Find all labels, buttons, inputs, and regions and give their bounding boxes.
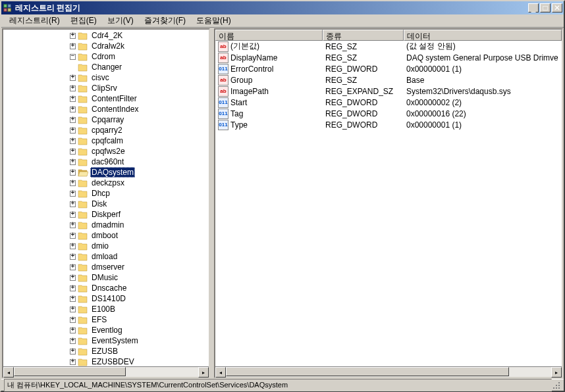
- column-header-name[interactable]: 이름: [215, 30, 323, 41]
- scroll-right-button[interactable]: ▸: [198, 367, 209, 378]
- tree-item[interactable]: Cpqarray: [4, 114, 208, 125]
- tree-item[interactable]: EZUSB: [4, 346, 208, 356]
- tree-item[interactable]: Cdrom: [4, 51, 208, 62]
- tree-item[interactable]: dmadmin: [4, 220, 208, 230]
- tree-item[interactable]: deckzpsx: [4, 178, 208, 188]
- menu-registry[interactable]: 레지스트리(R): [4, 14, 65, 28]
- tree-item[interactable]: DAQsystem: [4, 167, 208, 178]
- scroll-left-button[interactable]: ◂: [3, 367, 14, 378]
- list-row[interactable]: abDisplayNameREG_SZDAQ system General Pu…: [215, 52, 562, 63]
- expand-toggle[interactable]: [70, 317, 76, 323]
- tree-item[interactable]: cpqarry2: [4, 125, 208, 135]
- expand-toggle[interactable]: [70, 128, 76, 134]
- tree-item[interactable]: dac960nt: [4, 157, 208, 167]
- tree-item[interactable]: dmio: [4, 241, 208, 251]
- list-row[interactable]: 011ErrorControlREG_DWORD0x00000001 (1): [215, 63, 562, 74]
- tree-item[interactable]: Cdralw2k: [4, 41, 208, 51]
- expand-toggle[interactable]: [70, 254, 76, 260]
- list-body[interactable]: ab(기본값)REG_SZ(값 설정 안됨)abDisplayNameREG_S…: [215, 41, 562, 366]
- tree-item[interactable]: Diskperf: [4, 209, 208, 220]
- scroll-thumb[interactable]: [14, 367, 126, 376]
- expand-toggle[interactable]: [70, 349, 76, 355]
- tree-item[interactable]: Changer: [4, 62, 208, 72]
- expand-toggle[interactable]: [70, 264, 76, 270]
- tree-item[interactable]: EFS: [4, 314, 208, 325]
- tree-item[interactable]: ContentIndex: [4, 104, 208, 114]
- tree-spacer: [70, 64, 76, 70]
- tree-item[interactable]: dmboot: [4, 230, 208, 241]
- tree-item[interactable]: DMusic: [4, 272, 208, 283]
- expand-toggle[interactable]: [70, 149, 76, 155]
- tree-item[interactable]: Dnscache: [4, 283, 208, 293]
- tree-item[interactable]: DS1410D: [4, 293, 208, 304]
- tree-item[interactable]: cpqfcalm: [4, 135, 208, 146]
- minimize-button[interactable]: _: [528, 3, 539, 12]
- expand-toggle[interactable]: [70, 328, 76, 333]
- expand-toggle[interactable]: [70, 233, 76, 239]
- tree-item[interactable]: Eventlog: [4, 325, 208, 335]
- menu-favorites[interactable]: 즐겨찾기(F): [139, 14, 191, 28]
- tree-item[interactable]: dmserver: [4, 262, 208, 272]
- expand-toggle[interactable]: [70, 180, 76, 186]
- titlebar[interactable]: 레지스트리 편집기 _ □ ✕: [1, 1, 564, 14]
- scroll-track[interactable]: [226, 367, 551, 377]
- maximize-button[interactable]: □: [540, 3, 551, 12]
- list-hscrollbar[interactable]: ◂ ▸: [215, 366, 562, 377]
- expand-toggle[interactable]: [70, 338, 76, 344]
- expand-toggle[interactable]: [70, 96, 76, 102]
- expand-toggle[interactable]: [70, 33, 76, 39]
- expand-toggle[interactable]: [70, 86, 76, 91]
- expand-toggle[interactable]: [70, 43, 76, 49]
- expand-toggle[interactable]: [70, 117, 76, 123]
- list-row[interactable]: abGroupREG_SZBase: [215, 74, 562, 86]
- expand-toggle[interactable]: [70, 75, 76, 81]
- expand-toggle[interactable]: [70, 212, 76, 218]
- close-button[interactable]: ✕: [552, 3, 562, 12]
- expand-toggle[interactable]: [70, 306, 76, 312]
- expand-toggle[interactable]: [70, 138, 76, 144]
- list-row[interactable]: 011TypeREG_DWORD0x00000001 (1): [215, 119, 562, 130]
- tree-item[interactable]: Disk: [4, 199, 208, 209]
- scroll-left-button[interactable]: ◂: [215, 367, 226, 378]
- tree-item[interactable]: Dhcp: [4, 188, 208, 199]
- expand-toggle[interactable]: [70, 54, 76, 60]
- expand-toggle[interactable]: [70, 359, 76, 365]
- list-row[interactable]: 011StartREG_DWORD0x00000002 (2): [215, 97, 562, 108]
- list-row[interactable]: ab(기본값)REG_SZ(값 설정 안됨): [215, 41, 562, 52]
- menu-help[interactable]: 도움말(H): [191, 14, 236, 28]
- expand-toggle[interactable]: [70, 170, 76, 176]
- scroll-track[interactable]: [14, 367, 198, 377]
- expand-toggle[interactable]: [70, 107, 76, 112]
- tree-item[interactable]: dmload: [4, 251, 208, 262]
- tree-item[interactable]: EZUSBDEV: [4, 356, 208, 366]
- menu-view[interactable]: 보기(V): [102, 14, 139, 28]
- menu-edit[interactable]: 편집(E): [65, 14, 102, 28]
- expand-toggle[interactable]: [70, 191, 76, 197]
- value-name: Group: [230, 76, 252, 85]
- tree-item[interactable]: cisvc: [4, 72, 208, 83]
- tree-item[interactable]: EventSystem: [4, 335, 208, 346]
- scroll-thumb[interactable]: [226, 367, 509, 376]
- list-row[interactable]: abImagePathREG_EXPAND_SZSystem32\Drivers…: [215, 86, 562, 97]
- expand-toggle[interactable]: [70, 275, 76, 281]
- tree-item[interactable]: E100B: [4, 304, 208, 314]
- list-row[interactable]: 011TagREG_DWORD0x00000016 (22): [215, 108, 562, 119]
- tree-hscrollbar[interactable]: ◂ ▸: [3, 366, 209, 377]
- expand-toggle[interactable]: [70, 159, 76, 165]
- tree-item[interactable]: cpqfws2e: [4, 146, 208, 157]
- column-header-data[interactable]: 데이터: [404, 30, 562, 41]
- resize-grip[interactable]: [552, 381, 561, 390]
- expand-toggle[interactable]: [70, 285, 76, 291]
- column-header-type[interactable]: 종류: [323, 30, 404, 41]
- tree-item[interactable]: Cdr4_2K: [4, 30, 208, 41]
- tree-body[interactable]: Cdr4_2KCdralw2kCdromChangercisvcClipSrvC…: [3, 30, 209, 366]
- tree-item[interactable]: ClipSrv: [4, 83, 208, 93]
- tree-item[interactable]: ContentFilter: [4, 93, 208, 104]
- expand-toggle[interactable]: [70, 201, 76, 207]
- expand-toggle[interactable]: [70, 243, 76, 249]
- splitter[interactable]: [211, 28, 213, 379]
- scroll-right-button[interactable]: ▸: [551, 367, 562, 378]
- tree-item-label: Diskperf: [90, 210, 122, 219]
- expand-toggle[interactable]: [70, 296, 76, 302]
- expand-toggle[interactable]: [70, 222, 76, 228]
